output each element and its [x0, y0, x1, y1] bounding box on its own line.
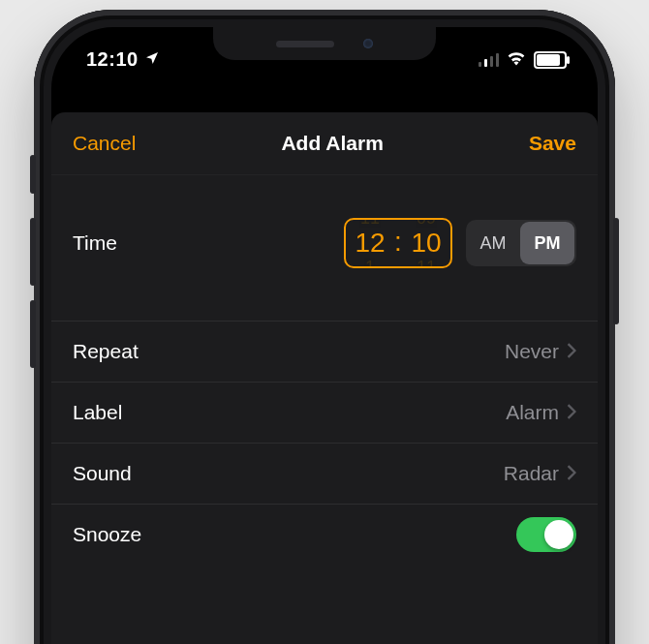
location-icon: [144, 48, 160, 71]
repeat-row[interactable]: Repeat Never: [51, 322, 598, 383]
phone-frame: 12:10 Cancel: [34, 10, 615, 644]
battery-icon: [534, 51, 567, 69]
chevron-right-icon: [567, 462, 576, 485]
toggle-knob: [544, 520, 573, 549]
add-alarm-sheet: Cancel Add Alarm Save Time 11 12 1: [51, 112, 598, 644]
ringer-switch: [30, 155, 36, 194]
sound-label: Sound: [73, 462, 132, 485]
navbar: Cancel Add Alarm Save: [51, 112, 598, 175]
status-time: 12:10: [86, 48, 160, 71]
minute-value: 10: [411, 228, 441, 259]
wifi-icon: [507, 48, 526, 71]
snooze-label: Snooze: [73, 523, 141, 546]
label-label: Label: [73, 401, 122, 424]
hour-value: 12: [355, 228, 385, 259]
am-option[interactable]: AM: [466, 220, 520, 266]
chevron-right-icon: [567, 401, 576, 424]
options-list: Repeat Never Label Alarm: [51, 322, 598, 565]
time-picker[interactable]: 11 12 1 : 09 10 11: [344, 218, 452, 268]
screen: 12:10 Cancel: [51, 27, 598, 644]
snooze-toggle[interactable]: [516, 517, 576, 552]
time-label: Time: [73, 231, 117, 255]
ampm-toggle[interactable]: AM PM: [466, 220, 576, 266]
save-button[interactable]: Save: [529, 132, 576, 155]
label-row[interactable]: Label Alarm: [51, 383, 598, 444]
label-value: Alarm: [506, 401, 559, 424]
sound-value: Radar: [504, 462, 559, 485]
status-bar: 12:10: [51, 37, 598, 77]
status-time-text: 12:10: [86, 48, 139, 71]
minute-column[interactable]: 09 10 11: [400, 220, 452, 266]
time-section: Time 11 12 1 : 09 10: [51, 175, 598, 322]
volume-down-button: [30, 300, 36, 368]
cellular-signal-icon: [479, 53, 499, 67]
repeat-label: Repeat: [73, 340, 139, 363]
page-title: Add Alarm: [281, 132, 383, 155]
side-button: [613, 218, 619, 324]
repeat-value: Never: [505, 340, 559, 363]
hour-column[interactable]: 11 12 1: [344, 220, 396, 266]
cancel-button[interactable]: Cancel: [73, 132, 136, 155]
volume-up-button: [30, 218, 36, 286]
snooze-row: Snooze: [51, 505, 598, 565]
chevron-right-icon: [567, 340, 576, 363]
sound-row[interactable]: Sound Radar: [51, 444, 598, 505]
pm-option[interactable]: PM: [520, 222, 574, 264]
